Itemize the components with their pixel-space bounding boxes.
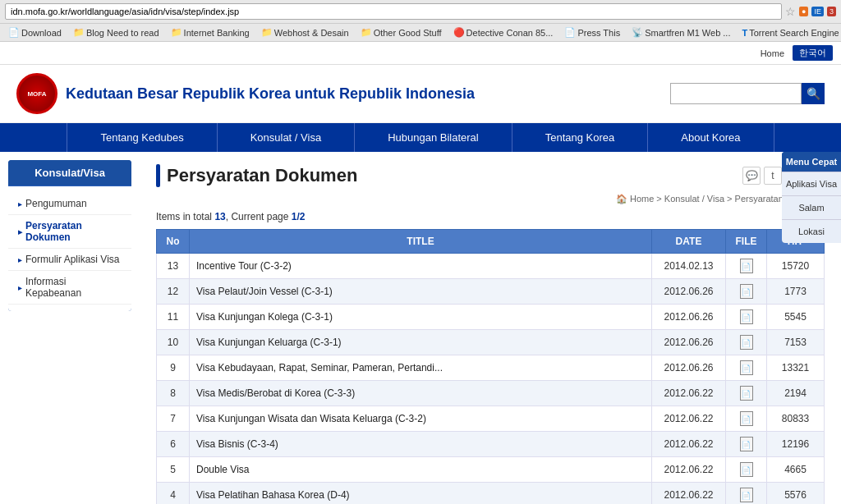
page-title: Persyaratan Dokumen	[167, 165, 357, 186]
cell-file[interactable]: 📄	[726, 406, 767, 432]
bookmark-torrent-icon: T	[742, 28, 747, 38]
table-row: 10Visa Kunjungan Keluarga (C-3-1)2012.06…	[157, 330, 825, 355]
cell-file[interactable]: 📄	[726, 355, 767, 381]
cell-date: 2012.06.26	[652, 279, 726, 305]
arrow-icon-2: ▸	[18, 227, 22, 236]
quick-menu-aplikasi[interactable]: Aplikasi Visa	[782, 172, 841, 195]
cell-title[interactable]: Visa Kunjungan Wisata dan Wisata Keluarg…	[190, 406, 652, 432]
sidebar-box: Konsulat/Visa ▸ Pengumuman ▸ Persyaratan…	[8, 160, 131, 311]
cell-no: 10	[157, 330, 190, 355]
pagination-info: Items in total 13, Current page 1/2	[156, 211, 825, 222]
cell-title[interactable]: Visa Pelatihan Bahasa Korea (D-4)	[190, 483, 652, 505]
share-twitter-icon[interactable]: t	[764, 167, 782, 185]
file-icon[interactable]: 📄	[740, 259, 753, 273]
file-icon[interactable]: 📄	[740, 386, 753, 401]
search-area: 🔍	[670, 83, 825, 104]
cell-title[interactable]: Double Visa	[190, 457, 652, 483]
extension-icon-3: 3	[827, 7, 836, 16]
bookmark-folder-icon-3: 📁	[261, 27, 273, 38]
cell-file[interactable]: 📄	[726, 305, 767, 330]
cell-title[interactable]: Visa Pelaut/Join Vessel (C-3-1)	[190, 279, 652, 305]
bookmarks-bar: 📄 Download 📁 Blog Need to read 📁 Interne…	[0, 24, 841, 42]
quick-menu-lokasi[interactable]: Lokasi	[782, 219, 841, 243]
col-file: FILE	[726, 230, 767, 254]
bookmark-other[interactable]: 📁 Other Good Stuff	[357, 26, 445, 39]
share-comment-icon[interactable]: 💬	[742, 167, 761, 185]
file-icon[interactable]: 📄	[740, 360, 753, 375]
bookmark-star-icon[interactable]: ☆	[785, 5, 796, 18]
cell-hit: 4665	[767, 457, 825, 483]
main-navigation: Tentang Kedubes Konsulat / Visa Hubungan…	[0, 123, 841, 152]
cell-title[interactable]: Visa Bisnis (C-3-4)	[190, 432, 652, 457]
cell-file[interactable]: 📄	[726, 483, 767, 505]
bookmark-banking[interactable]: 📁 Internet Banking	[168, 26, 253, 39]
cell-date: 2012.06.22	[652, 483, 726, 505]
content-wrapper: Konsulat/Visa ▸ Pengumuman ▸ Persyaratan…	[0, 152, 841, 504]
table-row: 4Visa Pelatihan Bahasa Korea (D-4)2012.0…	[157, 483, 825, 505]
cell-file[interactable]: 📄	[726, 457, 767, 483]
file-icon[interactable]: 📄	[740, 462, 753, 477]
bookmark-webhost[interactable]: 📁 Webhost & Desain	[258, 26, 352, 39]
cell-file[interactable]: 📄	[726, 279, 767, 305]
nav-tentang-korea[interactable]: Tentang Korea	[512, 123, 649, 152]
table-row: 8Visa Medis/Berobat di Korea (C-3-3)2012…	[157, 381, 825, 406]
cell-no: 11	[157, 305, 190, 330]
search-button[interactable]: 🔍	[802, 83, 825, 104]
sidebar-item-formulir[interactable]: ▸ Formulir Aplikasi Visa	[8, 249, 131, 271]
file-icon[interactable]: 📄	[740, 335, 753, 350]
file-icon[interactable]: 📄	[740, 488, 753, 502]
cell-title[interactable]: Incentive Tour (C-3-2)	[190, 254, 652, 279]
search-input[interactable]	[670, 83, 802, 104]
bookmark-icon: 📄	[8, 27, 20, 38]
bookmark-smartfren[interactable]: 📡 Smartfren M1 Web ...	[628, 26, 733, 39]
sidebar-item-pengumuman[interactable]: ▸ Pengumuman	[8, 193, 131, 215]
cell-file[interactable]: 📄	[726, 381, 767, 406]
table-row: 12Visa Pelaut/Join Vessel (C-3-1)2012.06…	[157, 279, 825, 305]
quick-menu-salam[interactable]: Salam	[782, 195, 841, 219]
url-bar[interactable]	[5, 3, 782, 20]
bookmark-folder-icon: 📁	[73, 27, 85, 38]
cell-title[interactable]: Visa Kunjungan Kolega (C-3-1)	[190, 305, 652, 330]
browser-bar: ☆ ● IE 3	[0, 0, 841, 24]
file-icon[interactable]: 📄	[740, 411, 753, 426]
bookmark-detective[interactable]: 🔴 Detective Conan 85...	[450, 26, 557, 39]
file-icon[interactable]: 📄	[740, 309, 753, 324]
cell-hit: 12196	[767, 432, 825, 457]
file-icon[interactable]: 📄	[740, 284, 753, 299]
bookmark-download[interactable]: 📄 Download	[5, 26, 65, 39]
nav-about-korea[interactable]: About Korea	[648, 123, 774, 152]
arrow-icon-3: ▸	[18, 255, 22, 264]
sidebar-title: Konsulat/Visa	[8, 160, 131, 186]
cell-title[interactable]: Visa Medis/Berobat di Korea (C-3-3)	[190, 381, 652, 406]
bookmark-detective-icon: 🔴	[453, 27, 465, 38]
cell-file[interactable]: 📄	[726, 254, 767, 279]
file-icon[interactable]: 📄	[740, 437, 753, 451]
cell-no: 12	[157, 279, 190, 305]
nav-hubungan-bilateral[interactable]: Hubungan Bilateral	[355, 123, 512, 152]
bookmark-pressthis[interactable]: 📄 Press This	[561, 26, 623, 39]
nav-tentang-kedubes[interactable]: Tentang Kedubes	[67, 123, 217, 152]
heading-bar	[156, 164, 160, 187]
logo-area: MOFA Kedutaan Besar Republik Korea untuk…	[16, 73, 475, 114]
cell-title[interactable]: Visa Kebudayaan, Rapat, Seminar, Pameran…	[190, 355, 652, 381]
bookmark-blog[interactable]: 📁 Blog Need to read	[70, 26, 163, 39]
cell-file[interactable]: 📄	[726, 432, 767, 457]
cell-hit: 5576	[767, 483, 825, 505]
main-content: Persyaratan Dokumen 💬 t f 🖨 🏠 Home > Kon…	[140, 152, 841, 504]
cell-no: 5	[157, 457, 190, 483]
cell-date: 2012.06.26	[652, 330, 726, 355]
sidebar: Konsulat/Visa ▸ Pengumuman ▸ Persyaratan…	[0, 152, 140, 504]
sidebar-item-informasi[interactable]: ▸ Informasi Kepabeanan	[8, 271, 131, 305]
nav-konsulat-visa[interactable]: Konsulat / Visa	[218, 123, 355, 152]
cell-file[interactable]: 📄	[726, 330, 767, 355]
col-no: No	[157, 230, 190, 254]
home-link[interactable]: Home	[756, 47, 789, 60]
bookmark-torrent[interactable]: T Torrent Search Engine	[738, 27, 841, 39]
cell-title[interactable]: Visa Kunjungan Keluarga (C-3-1)	[190, 330, 652, 355]
korean-link[interactable]: 한국어	[793, 45, 833, 61]
quick-menu: Menu Cepat Aplikasi Visa Salam Lokasi	[782, 152, 841, 243]
page-heading: Persyaratan Dokumen 💬 t f 🖨	[156, 164, 825, 187]
quick-menu-title: Menu Cepat	[782, 152, 841, 172]
cell-hit: 1773	[767, 279, 825, 305]
sidebar-item-persyaratan[interactable]: ▸ Persyaratan Dokumen	[8, 215, 131, 249]
